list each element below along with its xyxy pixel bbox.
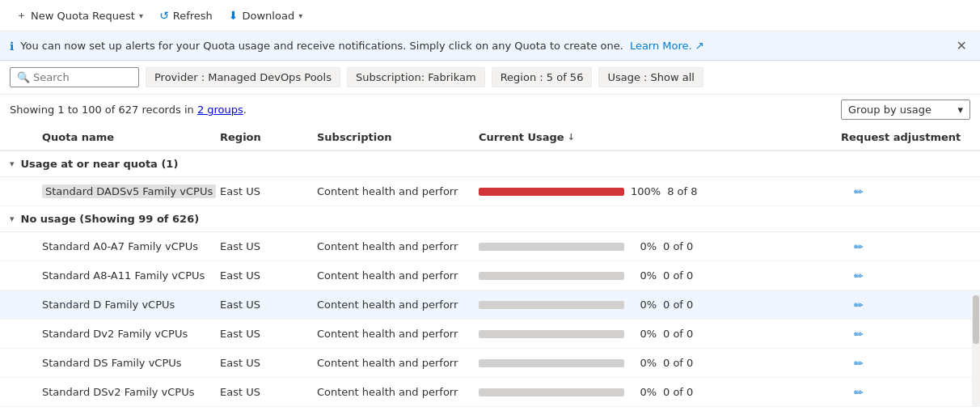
col-quota-header[interactable]: Quota name: [42, 131, 220, 143]
progress-bar: [479, 388, 624, 396]
external-link-icon: ↗: [695, 40, 704, 52]
request-cell[interactable]: ✏: [841, 240, 970, 253]
table-row: Standard DADSv5 Family vCPUs East US Con…: [0, 177, 980, 206]
region-cell: East US: [220, 357, 317, 369]
info-icon: ℹ: [10, 40, 14, 53]
region-cell: East US: [220, 299, 317, 311]
region-cell: East US: [220, 328, 317, 340]
region-cell: East US: [220, 386, 317, 398]
table-header: Quota name Region Subscription Current U…: [0, 125, 980, 151]
groups-link[interactable]: 2 groups: [197, 104, 243, 116]
refresh-button[interactable]: ↺ Refresh: [153, 6, 219, 25]
subscription-cell: Content health and perforr: [317, 240, 479, 252]
subscription-label: Subscription: Fabrikam: [356, 71, 476, 83]
usage-pct: 0%: [631, 386, 657, 398]
search-input[interactable]: [33, 71, 132, 83]
alert-banner: ℹ You can now set up alerts for your Quo…: [0, 32, 980, 61]
usage-cell: 0% 0 of 0: [479, 269, 841, 282]
learn-more-link[interactable]: Learn More. ↗: [630, 40, 704, 52]
search-box[interactable]: 🔍: [10, 67, 139, 87]
usage-count: 0 of 0: [663, 328, 695, 340]
usage-pct: 0%: [631, 328, 657, 340]
quota-name-cell: Standard D Family vCPUs: [42, 299, 220, 311]
subscription-cell: Content health and perforr: [317, 269, 479, 282]
request-cell[interactable]: ✏: [841, 328, 970, 341]
table-row: Standard Dv2 Family vCPUs East US Conten…: [0, 320, 980, 349]
edit-icon[interactable]: ✏: [854, 357, 864, 370]
dropdown-chevron: ▾: [957, 104, 963, 116]
col-usage-header[interactable]: Current Usage ↓: [479, 131, 841, 143]
usage-count: 0 of 0: [663, 357, 695, 369]
usage-count: 0 of 0: [663, 299, 695, 311]
plus-icon: ＋: [16, 8, 27, 23]
group-header-2[interactable]: ▾ No usage (Showing 99 of 626): [0, 206, 980, 232]
group-label-1: Usage at or near quota (1): [21, 158, 179, 170]
col-request-header[interactable]: Request adjustment: [841, 131, 970, 143]
download-icon: ⬇: [229, 9, 239, 22]
scrollbar-track[interactable]: [972, 294, 980, 407]
subscription-cell: Content health and perforr: [317, 185, 479, 197]
usage-cell: 0% 0 of 0: [479, 328, 841, 340]
group-header-1[interactable]: ▾ Usage at or near quota (1): [0, 151, 980, 177]
provider-filter[interactable]: Provider : Managed DevOps Pools: [146, 67, 340, 87]
scrollbar-thumb[interactable]: [973, 295, 979, 344]
usage-cell: 0% 0 of 0: [479, 386, 841, 398]
group-by-label: Group by usage: [848, 104, 931, 116]
quota-name-cell: Standard Dv2 Family vCPUs: [42, 328, 220, 340]
subscription-cell: Content health and perforr: [317, 386, 479, 398]
filter-bar: 🔍 Provider : Managed DevOps Pools Subscr…: [0, 61, 980, 95]
usage-cell: 0% 0 of 0: [479, 299, 841, 311]
region-label: Region : 5 of 56: [501, 71, 584, 83]
edit-icon[interactable]: ✏: [854, 185, 864, 198]
search-icon: 🔍: [17, 71, 30, 83]
request-cell[interactable]: ✏: [841, 269, 970, 282]
progress-bar: [479, 359, 624, 367]
progress-bar: [479, 330, 624, 338]
request-cell[interactable]: ✏: [841, 386, 970, 399]
request-cell[interactable]: ✏: [841, 185, 970, 198]
download-chevron: ▾: [298, 11, 302, 20]
quota-name-cell: Standard A8-A11 Family vCPUs: [42, 269, 220, 282]
edit-icon[interactable]: ✏: [854, 299, 864, 311]
download-button[interactable]: ⬇ Download ▾: [222, 6, 309, 25]
usage-filter[interactable]: Usage : Show all: [598, 67, 703, 87]
alert-close-button[interactable]: ✕: [953, 38, 970, 53]
col-region-header[interactable]: Region: [220, 131, 317, 143]
quota-name-cell: Standard DSv2 Family vCPUs: [42, 386, 220, 398]
edit-icon[interactable]: ✏: [854, 269, 864, 282]
provider-label: Provider : Managed DevOps Pools: [154, 71, 332, 83]
edit-icon[interactable]: ✏: [854, 328, 864, 341]
quota-name-highlighted: Standard DADSv5 Family vCPUs: [42, 184, 216, 198]
usage-pct: 0%: [631, 299, 657, 311]
usage-count: 0 of 0: [663, 269, 695, 282]
progress-bar: [479, 243, 624, 251]
progress-bar: [479, 301, 624, 309]
table-row: Standard A0-A7 Family vCPUs East US Cont…: [0, 232, 980, 261]
region-filter[interactable]: Region : 5 of 56: [492, 67, 593, 87]
usage-pct: 100%: [631, 185, 661, 197]
subscription-cell: Content health and perforr: [317, 328, 479, 340]
new-quota-button[interactable]: ＋ New Quota Request ▾: [10, 5, 150, 26]
group-by-dropdown[interactable]: Group by usage ▾: [841, 100, 970, 120]
new-quota-label: New Quota Request: [31, 10, 135, 22]
progress-bar: [479, 272, 624, 280]
region-cell: East US: [220, 185, 317, 197]
edit-icon[interactable]: ✏: [854, 386, 864, 399]
edit-icon[interactable]: ✏: [854, 240, 864, 253]
summary-bar: Showing 1 to 100 of 627 records in 2 gro…: [0, 95, 980, 125]
quota-name-cell: Standard DADSv5 Family vCPUs: [42, 185, 220, 197]
col-subscription-header[interactable]: Subscription: [317, 131, 479, 143]
usage-pct: 0%: [631, 357, 657, 369]
usage-count: 8 of 8: [667, 185, 699, 197]
quota-name-cell: Standard A0-A7 Family vCPUs: [42, 240, 220, 252]
usage-pct: 0%: [631, 269, 657, 282]
table-row: Standard DSv2 Family vCPUs East US Conte…: [0, 378, 980, 407]
request-cell[interactable]: ✏: [841, 299, 970, 311]
usage-pct: 0%: [631, 240, 657, 252]
table: Quota name Region Subscription Current U…: [0, 125, 980, 407]
usage-cell: 0% 0 of 0: [479, 240, 841, 252]
new-quota-chevron: ▾: [139, 11, 143, 20]
sort-icon: ↓: [568, 132, 575, 142]
request-cell[interactable]: ✏: [841, 357, 970, 370]
subscription-filter[interactable]: Subscription: Fabrikam: [347, 67, 485, 87]
